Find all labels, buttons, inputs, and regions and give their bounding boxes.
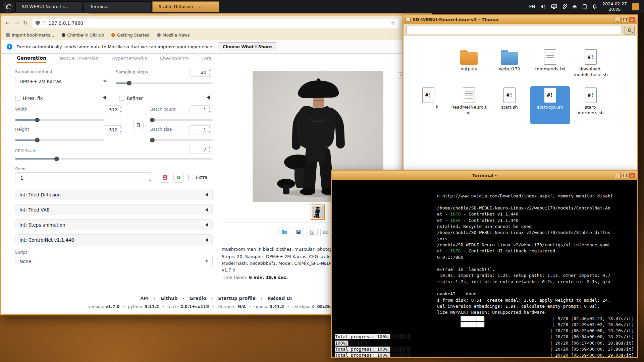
tracking-protection-icon[interactable] <box>36 21 40 25</box>
stepper-icon[interactable] <box>209 107 211 113</box>
maximize-button[interactable] <box>622 173 628 178</box>
file-item[interactable] <box>409 48 448 86</box>
stepper-icon[interactable] <box>209 127 211 133</box>
accordion-section[interactable]: Int: Tiled VAE <box>15 204 213 215</box>
footer-link[interactable]: Startup profile <box>218 296 267 301</box>
panel-corner-button[interactable] <box>632 3 639 10</box>
taskbar-button[interactable]: Terminal - <box>84 1 151 12</box>
sampling-steps-slider[interactable] <box>116 82 213 84</box>
bookmark-label: Chimbalix GitHub <box>67 33 104 38</box>
file-item[interactable]: ReadMe!Neuro.txt <box>449 86 489 124</box>
webui-tab[interactable]: Hypernetworks <box>111 56 147 61</box>
collapse-arrow-icon <box>205 193 208 197</box>
accordion-section[interactable]: Int: Steps animation <box>15 219 213 230</box>
keyboard-layout[interactable]: EN <box>529 4 535 9</box>
batch-count-input[interactable]: 1 <box>190 105 212 114</box>
webui-tab[interactable]: Generation <box>17 54 46 63</box>
reuse-seed-button[interactable]: ♻ <box>173 173 184 183</box>
maximize-button[interactable] <box>622 17 628 22</box>
dice-icon <box>162 175 168 180</box>
file-item[interactable]: h <box>409 86 448 124</box>
webui-tab[interactable]: Textual Inversion <box>59 56 99 61</box>
display-icon[interactable] <box>551 4 557 9</box>
gallery-thumbnail[interactable] <box>311 204 325 220</box>
file-item[interactable]: commands.txt <box>530 48 570 86</box>
stepper-icon[interactable] <box>120 107 122 113</box>
bookmark-item[interactable]: Mozilla News <box>157 33 190 38</box>
open-folder-button[interactable] <box>279 228 290 237</box>
terminal-output[interactable]: n http://www.nvidia.com/Download/index.a… <box>332 180 637 357</box>
batch-count-slider[interactable] <box>150 119 213 121</box>
webui-tab[interactable]: Checkpoints <box>160 56 189 61</box>
stepper-icon[interactable] <box>120 127 122 133</box>
minimize-button[interactable] <box>614 17 621 22</box>
bookmark-star-icon[interactable]: ☆ <box>391 20 395 26</box>
cfg-scale-input[interactable]: 7 <box>190 145 212 154</box>
bookmark-item[interactable]: Chimbalix GitHub <box>62 33 104 38</box>
save-button[interactable] <box>293 228 304 237</box>
sampling-method-dropdown[interactable]: DPM++ 2M Karras <box>15 76 111 87</box>
batch-size-slider[interactable] <box>150 139 213 141</box>
file-item[interactable]: start.sh <box>490 86 529 124</box>
notification-text: Firefox automatically sends some data to… <box>16 44 214 49</box>
clock-time: 20:05 <box>602 7 627 12</box>
tablet-icon[interactable] <box>582 4 587 9</box>
batch-size-input[interactable]: 1 <box>190 125 212 134</box>
path-bar[interactable] <box>406 26 622 34</box>
sampling-steps-input[interactable]: 20 <box>190 68 212 77</box>
file-item[interactable]: outputs <box>449 48 489 86</box>
close-button[interactable]: × <box>629 173 635 178</box>
swap-dimensions-button[interactable]: ⇅ <box>133 120 144 130</box>
stepper-icon[interactable] <box>209 146 211 152</box>
clock[interactable]: 2024-02-27 20:05 <box>602 1 627 12</box>
refiner-collapse-icon[interactable] <box>207 96 210 100</box>
refiner-checkbox[interactable] <box>119 96 124 101</box>
forward-icon[interactable]: → <box>14 20 19 26</box>
width-slider[interactable] <box>15 119 104 121</box>
stepper-icon[interactable] <box>149 174 151 182</box>
height-input[interactable]: 512 <box>104 125 123 134</box>
accordion-section[interactable]: Int: ControlNet v1.1.440 <box>15 234 213 245</box>
back-icon[interactable]: ← <box>5 20 10 26</box>
footer-link[interactable]: Github <box>160 296 189 301</box>
choose-what-i-share-button[interactable]: Choose What I Share <box>218 42 277 51</box>
minimize-button[interactable] <box>614 173 621 178</box>
file-item[interactable]: download-models-base.sh <box>571 48 610 86</box>
random-seed-button[interactable] <box>160 173 170 183</box>
height-slider[interactable] <box>15 139 104 141</box>
footer-link[interactable]: Gradio <box>190 296 218 301</box>
cfg-scale-slider[interactable] <box>15 158 213 160</box>
send-to-img2img-button[interactable] <box>320 228 331 237</box>
webui-tab[interactable]: Lora <box>201 56 211 61</box>
url-bar[interactable]: 127.0.0.1:7860 ☆ <box>32 18 399 28</box>
eject-icon[interactable] <box>572 4 577 9</box>
hires-collapse-icon[interactable] <box>103 96 106 100</box>
app-menu-logo-icon[interactable]: C <box>3 2 13 12</box>
paperclip-icon[interactable] <box>562 4 567 9</box>
thunar-titlebar[interactable]: SD-WEBUI-Neuro-Linux-v2 - Thunar × <box>404 15 637 24</box>
taskbar-button[interactable]: SD-WEBUI-Neuro-Li... <box>15 1 83 12</box>
width-input[interactable]: 512 <box>104 105 123 114</box>
file-item[interactable]: webui170 <box>490 48 529 86</box>
accordion-section[interactable]: Int: Tiled Diffusion <box>15 189 213 200</box>
footer-link[interactable]: Reload UI <box>267 296 292 301</box>
bookmark-item[interactable]: Getting Started <box>111 33 150 38</box>
stepper-icon[interactable] <box>209 69 211 75</box>
bell-icon[interactable] <box>592 4 597 9</box>
hires-fix-checkbox[interactable] <box>15 96 20 101</box>
volume-icon[interactable] <box>540 4 546 9</box>
footer-link[interactable]: API <box>140 296 161 301</box>
save-zip-button[interactable] <box>307 228 318 237</box>
close-button[interactable]: × <box>629 17 635 22</box>
script-dropdown[interactable]: None <box>15 256 213 267</box>
search-button[interactable] <box>625 26 635 35</box>
extra-seed-checkbox[interactable] <box>188 175 193 180</box>
reload-icon[interactable]: ↻ <box>23 20 28 26</box>
site-info-icon[interactable] <box>43 21 46 25</box>
file-item[interactable]: start-cpu.sh <box>530 86 570 124</box>
terminal-titlebar[interactable]: Terminal - × <box>332 171 637 180</box>
bookmark-item[interactable]: Import bookmarks... <box>6 33 54 38</box>
file-item[interactable]: start-xformers.sh <box>571 86 610 124</box>
taskbar-button[interactable]: Stable Diffusion —... <box>152 1 219 12</box>
seed-input[interactable]: -1 <box>15 172 153 183</box>
